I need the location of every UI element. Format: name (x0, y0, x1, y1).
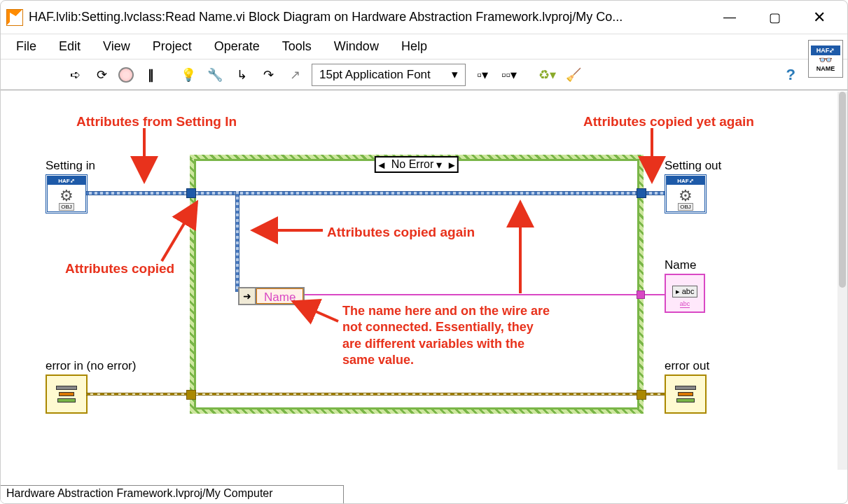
maximize-button[interactable]: ▢ (760, 6, 788, 29)
unbundle-by-name[interactable]: ➜ Name (238, 287, 305, 305)
window-controls: ― ▢ ✕ (716, 6, 833, 29)
name-label: Name (665, 258, 696, 272)
vi-icon-label: NAME (816, 65, 835, 72)
name-terminal[interactable]: ▸ abc abc (665, 274, 705, 313)
menu-window[interactable]: Window (324, 36, 389, 57)
reorder-button[interactable]: ♻▾ (537, 65, 557, 85)
menu-edit[interactable]: Edit (49, 36, 90, 57)
obj-label: OBJ (678, 203, 693, 211)
align-objects-button[interactable]: ▫▾ (473, 65, 492, 85)
haf-banner: HAF⤢ (667, 176, 704, 185)
minimize-button[interactable]: ― (716, 6, 744, 29)
toolbar: ➪ ⟳ ∥ 💡 🔧 ↳ ↷ ↗ 15pt Application Font ▾ … (1, 59, 847, 90)
setting-out-terminal[interactable]: HAF⤢ ⚙ OBJ (665, 174, 707, 214)
menu-project[interactable]: Project (143, 36, 202, 57)
setting-in-label: Setting in (46, 159, 95, 173)
highlight-execution-button[interactable]: 💡 (179, 65, 198, 85)
setting-out-label: Setting out (665, 159, 721, 173)
vi-icon-panel[interactable]: HAF⤢ 👓 NAME (808, 40, 843, 78)
error-in-label: error in (no error) (46, 359, 136, 373)
titlebar: HAF.lvlib:Setting.lvclass:Read Name.vi B… (1, 1, 847, 34)
unbundle-field[interactable]: Name (256, 288, 303, 304)
pause-button[interactable]: ∥ (141, 65, 160, 85)
wire-string[interactable] (300, 294, 666, 295)
chevron-down-icon: ▾ (452, 67, 458, 82)
case-next-button[interactable]: ▸ (446, 158, 457, 172)
tunnel-error-in[interactable] (186, 390, 196, 400)
wire-class[interactable] (86, 191, 665, 195)
error-in-terminal[interactable] (46, 374, 88, 414)
chevron-down-icon: ▾ (436, 158, 442, 172)
wire-error[interactable] (86, 393, 665, 396)
annotation-1: Attributes from Setting In (76, 114, 237, 130)
run-continuously-button[interactable]: ⟳ (92, 65, 111, 85)
scrollbar-thumb[interactable] (839, 92, 846, 288)
step-into-button[interactable]: ↳ (232, 65, 251, 85)
tunnel-class-in[interactable] (186, 188, 196, 198)
step-out-button[interactable]: ↗ (285, 65, 305, 85)
distribute-objects-button[interactable]: ▫▫▾ (499, 65, 519, 85)
case-selector-value[interactable]: No Error ▾ (387, 158, 446, 172)
menu-operate[interactable]: Operate (204, 36, 270, 57)
unbundle-handle[interactable]: ➜ (239, 288, 256, 304)
vertical-scrollbar[interactable] (837, 92, 847, 470)
step-over-button[interactable]: ↷ (258, 65, 278, 85)
window-title: HAF.lvlib:Setting.lvclass:Read Name.vi B… (29, 10, 716, 24)
obj-label: OBJ (59, 203, 74, 211)
app-icon (6, 9, 23, 26)
abort-button[interactable] (118, 67, 134, 83)
abc-icon: ▸ abc (672, 286, 698, 298)
retain-wire-values-button[interactable]: 🔧 (205, 65, 225, 85)
font-selector-label: 15pt Application Font (319, 68, 431, 82)
glasses-icon: 👓 (819, 55, 833, 65)
tunnel-error-out[interactable] (637, 390, 646, 400)
error-out-terminal[interactable] (665, 374, 707, 414)
case-prev-button[interactable]: ◂ (376, 158, 387, 172)
run-button[interactable]: ➪ (65, 65, 85, 85)
close-button[interactable]: ✕ (805, 6, 833, 29)
menu-help[interactable]: Help (391, 36, 437, 57)
error-out-label: error out (665, 359, 709, 373)
wire-class-branch[interactable] (235, 191, 239, 292)
menu-tools[interactable]: Tools (272, 36, 321, 57)
haf-banner: HAF⤢ (48, 176, 85, 185)
menu-view[interactable]: View (93, 36, 140, 57)
annotation-4: Attributes copied again (327, 225, 475, 240)
font-selector[interactable]: 15pt Application Font ▾ (312, 64, 466, 86)
menubar: File Edit View Project Operate Tools Win… (1, 34, 847, 59)
annotation-3: Attributes copied (65, 261, 174, 276)
cleanup-diagram-button[interactable]: 🧹 (564, 65, 583, 85)
menu-file[interactable]: File (6, 36, 46, 57)
annotation-5: The name here and on the wire are not co… (342, 303, 552, 369)
tunnel-string-out[interactable] (637, 290, 645, 299)
block-diagram-canvas[interactable]: ◂ No Error ▾ ▸ Setting in HAF⤢ ⚙ OBJ Set… (1, 90, 847, 482)
case-selector[interactable]: ◂ No Error ▾ ▸ (375, 156, 459, 173)
tunnel-class-out[interactable] (637, 188, 646, 198)
statusbar: Hardware Abstraction Framework.lvproj/My… (1, 485, 344, 503)
setting-in-terminal[interactable]: HAF⤢ ⚙ OBJ (46, 174, 88, 214)
annotation-2: Attributes copied yet again (583, 114, 754, 130)
